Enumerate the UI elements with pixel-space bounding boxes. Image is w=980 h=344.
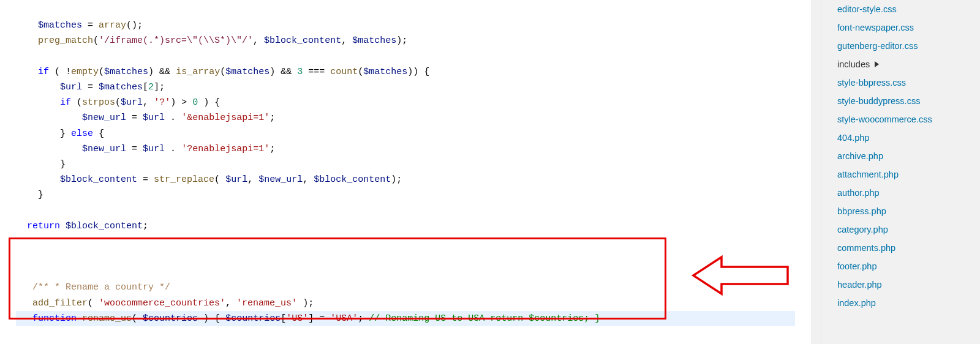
token-comment: // Renaming US to USA return $countries;… [369, 313, 600, 324]
token-str: '&enablejsapi=1' [181, 113, 270, 123]
token-str: '?' [154, 97, 170, 108]
file-item[interactable]: index.php [835, 294, 980, 312]
token-var: $url [60, 82, 82, 92]
token-var: $block_content [66, 221, 143, 231]
chevron-right-icon [875, 61, 879, 67]
token-var: $new_url [82, 144, 126, 154]
file-item[interactable]: header.php [835, 275, 980, 294]
editor-scrollbar[interactable] [811, 0, 821, 344]
token-var: $matches [225, 67, 270, 77]
file-item[interactable]: font-newspaper.css [835, 18, 980, 37]
token-var: $block_content [264, 36, 341, 46]
file-label: attachment.php [837, 170, 899, 179]
file-item[interactable]: footer.php [835, 257, 980, 275]
token-fn: str_replace [154, 174, 214, 185]
file-label: comments.php [837, 243, 895, 253]
token-var: $countries [225, 313, 281, 324]
token-kw: if [38, 67, 49, 77]
file-label: style-buddypress.css [837, 96, 920, 106]
file-label: editor-style.css [837, 4, 897, 14]
file-item[interactable]: attachment.php [835, 165, 980, 184]
token-comment: /** * Rename a country */ [32, 282, 170, 293]
file-item[interactable]: comments.php [835, 239, 980, 257]
file-item[interactable]: bbpress.php [835, 202, 980, 220]
token-var: $new_url [258, 174, 303, 185]
file-sidebar: editor-style.cssfont-newspaper.cssgutenb… [821, 0, 980, 344]
file-label: includes [837, 59, 870, 69]
token-num: 3 [297, 67, 303, 77]
file-label: footer.php [837, 261, 877, 271]
file-label: author.php [837, 188, 880, 198]
token-kw: return [27, 221, 60, 231]
file-item[interactable]: style-bbpress.css [835, 73, 980, 92]
file-label: index.php [837, 298, 876, 308]
token-num: 0 [192, 97, 198, 108]
file-label: bbpress.php [837, 206, 886, 216]
token-fn: add_filter [32, 298, 88, 308]
file-label: style-bbpress.css [837, 78, 906, 88]
token-var: $countries [143, 313, 198, 324]
editor-window: $matches = array(); preg_match('/iframe(… [0, 0, 980, 344]
file-label: archive.php [837, 151, 883, 161]
token-fn: empty [71, 67, 99, 77]
token-var: $new_url [82, 113, 126, 123]
token-str: 'US' [286, 313, 308, 324]
token-var: $url [225, 174, 247, 185]
token-var: $url [143, 113, 165, 123]
file-label: category.php [837, 225, 888, 234]
token-var: $matches [104, 67, 148, 77]
file-item[interactable]: 404.php [835, 129, 980, 147]
token-fn: is_array [176, 67, 220, 77]
token-var: $matches [38, 20, 82, 31]
token-fn: array [99, 20, 126, 31]
file-item[interactable]: style-woocommerce.css [835, 110, 980, 129]
file-item[interactable]: editor-style.css [835, 0, 980, 18]
file-list: editor-style.cssfont-newspaper.cssgutenb… [821, 0, 980, 312]
file-item[interactable]: category.php [835, 220, 980, 239]
token-var: $matches [99, 82, 143, 92]
token-str: '?enablejsapi=1' [181, 144, 270, 154]
token-kw: function [32, 313, 77, 324]
file-label: 404.php [837, 133, 869, 143]
token-str: 'rename_us' [236, 298, 297, 308]
token-var: $url [143, 144, 165, 154]
token-var: $matches [352, 36, 396, 46]
token-fn: preg_match [38, 36, 93, 46]
token-regex: '/iframe(.*)src=\"(\\S*)\"/' [99, 36, 253, 46]
token-var: $block_content [60, 174, 137, 185]
file-item[interactable]: archive.php [835, 147, 980, 165]
token-fn: strpos [82, 97, 115, 108]
file-label: gutenberg-editor.css [837, 41, 918, 51]
token-num: 2 [148, 82, 154, 92]
token-kw: if [60, 97, 71, 108]
file-label: style-woocommerce.css [837, 114, 932, 124]
token-str: 'USA' [330, 313, 358, 324]
file-item[interactable]: author.php [835, 184, 980, 202]
file-label: font-newspaper.css [837, 23, 914, 32]
file-item[interactable]: style-buddypress.css [835, 92, 980, 110]
folder-item[interactable]: includes [835, 55, 980, 73]
file-item[interactable]: gutenberg-editor.css [835, 37, 980, 55]
code-text[interactable]: $matches = array(); preg_match('/iframe(… [6, 0, 805, 329]
token-var: $matches [363, 67, 407, 77]
token-var: $url [121, 97, 143, 108]
token-fn: count [330, 67, 358, 77]
token-str: 'woocommerce_countries' [99, 298, 225, 308]
token-var: $block_content [314, 174, 391, 185]
token-fname: rename_us [82, 313, 132, 324]
code-editor[interactable]: $matches = array(); preg_match('/iframe(… [0, 0, 811, 344]
file-label: header.php [837, 280, 882, 290]
token-kw: else [71, 129, 93, 139]
